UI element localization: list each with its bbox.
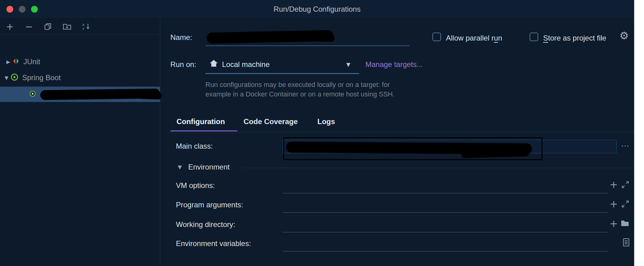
redacted-main-class-value [286, 142, 532, 155]
name-input[interactable] [205, 45, 410, 46]
mnemonic-char: S [543, 34, 548, 43]
allow-parallel-run-label: Allow parallel run [446, 34, 502, 42]
add-working-directory-icon[interactable]: + [610, 218, 618, 229]
browse-main-class-button[interactable]: ... [621, 139, 629, 149]
window-titlebar: Run/Debug Configurations [0, 0, 644, 18]
spring-boot-icon [29, 90, 36, 98]
sidebar-toolbar: + − a z [0, 18, 160, 35]
tree-item-selected-configuration[interactable] [0, 87, 160, 102]
remove-configuration-icon[interactable]: − [24, 22, 34, 31]
redaction-outline [283, 137, 543, 160]
environment-section-header[interactable]: Environment [188, 163, 230, 171]
label-text: tore as project file [548, 34, 606, 42]
environment-variables-label: Environment variables: [176, 239, 251, 248]
store-as-project-file-checkbox[interactable] [530, 33, 538, 41]
run-on-selected-value[interactable]: Local machine [222, 60, 270, 69]
tree-item-label: JUnit [23, 57, 40, 66]
section-divider [243, 168, 634, 168]
environment-variables-input[interactable] [283, 251, 608, 252]
name-label: Name: [170, 33, 192, 42]
window-title: Run/Debug Configurations [0, 0, 634, 18]
gear-icon[interactable]: ⚙ [619, 29, 629, 42]
manage-targets-link[interactable]: Manage targets... [365, 60, 423, 69]
spring-boot-icon [10, 73, 18, 82]
allow-parallel-run-checkbox[interactable] [432, 33, 441, 41]
vm-options-label: VM options: [176, 181, 215, 190]
working-directory-label: Working directory: [176, 220, 235, 229]
new-folder-icon[interactable] [62, 22, 72, 31]
local-machine-icon [209, 59, 218, 69]
svg-text:z: z [82, 27, 84, 30]
run-on-help-text: Run configurations may be executed local… [205, 80, 395, 99]
page-background-strip [634, 0, 644, 266]
help-line: Run configurations may be executed local… [205, 80, 395, 89]
program-arguments-label: Program arguments: [176, 201, 243, 209]
chevron-down-icon[interactable]: ▼ [2, 75, 10, 81]
edit-environment-variables-icon[interactable] [622, 238, 630, 248]
dropdown-caret-icon[interactable]: ▼ [346, 61, 350, 68]
tree-item-label: Spring Boot [22, 73, 61, 82]
mnemonic-char: u [494, 34, 498, 43]
label-text: Allow parallel r [446, 34, 494, 42]
configurations-sidebar: + − a z [0, 18, 160, 266]
junit-icon [12, 57, 20, 66]
main-class-label: Main class: [176, 142, 213, 151]
tab-code-coverage[interactable]: Code Coverage [244, 117, 298, 126]
add-vm-options-icon[interactable]: + [610, 179, 618, 190]
tree-item-junit[interactable]: ▶ JUnit [0, 55, 160, 69]
program-arguments-input[interactable] [283, 212, 608, 213]
help-line: example in a Docker Container or on a re… [205, 89, 395, 99]
browse-folder-icon[interactable] [621, 219, 629, 228]
tree-item-spring-boot[interactable]: ▼ Spring Boot [0, 71, 160, 85]
tab-logs[interactable]: Logs [317, 117, 335, 126]
redacted-name-value [207, 30, 334, 44]
expand-vm-options-icon[interactable] [621, 181, 629, 190]
tabs-divider [170, 132, 634, 132]
collapse-caret-icon[interactable]: ▼ [178, 164, 182, 170]
store-as-project-file-label: Store as project file [543, 34, 606, 42]
vm-options-input[interactable] [283, 193, 608, 194]
chevron-right-icon[interactable]: ▶ [4, 59, 12, 65]
sort-configurations-icon[interactable]: a z [81, 22, 91, 31]
run-debug-configurations-dialog: Run/Debug Configurations + − a [0, 0, 644, 266]
tab-configuration[interactable]: Configuration [177, 117, 225, 126]
copy-configuration-icon[interactable] [43, 22, 53, 31]
working-directory-input[interactable] [283, 232, 608, 233]
expand-program-arguments-icon[interactable] [621, 200, 629, 209]
run-on-dropdown[interactable] [205, 73, 359, 74]
run-on-label: Run on: [170, 60, 196, 69]
add-program-arguments-icon[interactable]: + [610, 198, 618, 210]
redacted-configuration-name [40, 88, 160, 100]
add-configuration-icon[interactable]: + [5, 22, 15, 31]
selected-tab-indicator [170, 130, 237, 131]
svg-text:a: a [82, 23, 85, 26]
label-text: n [498, 34, 502, 42]
